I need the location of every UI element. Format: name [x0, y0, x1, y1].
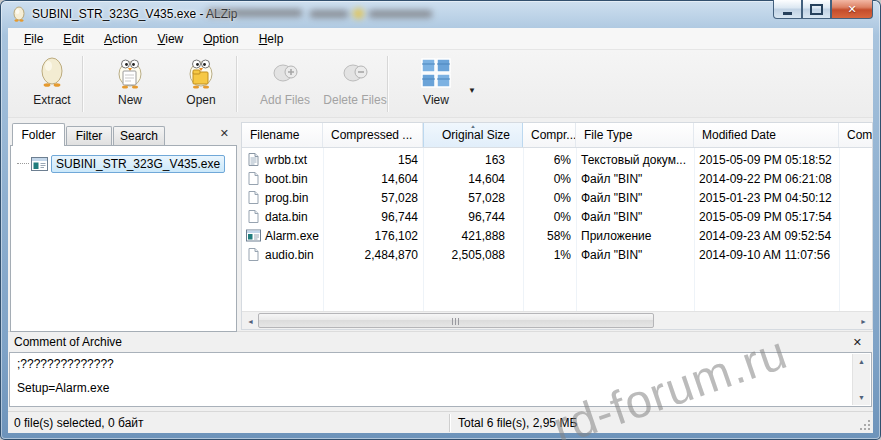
- sidebar-close-icon[interactable]: ✕: [216, 126, 233, 141]
- app-file-icon: [246, 228, 261, 243]
- toolbar-separator: [387, 56, 388, 112]
- scroll-up-icon[interactable]: ▲: [853, 354, 870, 369]
- view-grid-icon: [419, 56, 453, 90]
- scroll-down-icon[interactable]: ▼: [853, 390, 870, 405]
- tree-item-archive[interactable]: SUBINI_STR_323G_V435.exe: [17, 155, 225, 173]
- horizontal-scrollbar[interactable]: ◄ ►: [242, 311, 872, 330]
- tab-folder[interactable]: Folder: [12, 123, 65, 146]
- menu-help[interactable]: Help: [249, 29, 294, 49]
- status-bar: 0 file(s) selected, 0 байт Total 6 file(…: [8, 411, 873, 433]
- sidebar-tabs: Folder Filter Search ✕: [10, 123, 237, 146]
- tree-connector: [17, 163, 29, 165]
- column-header-compressed[interactable]: Compressed ...: [323, 123, 423, 147]
- folder-tree-panel[interactable]: SUBINI_STR_323G_V435.exe: [10, 145, 237, 332]
- minimize-icon: [783, 12, 792, 15]
- tree-item-label: SUBINI_STR_323G_V435.exe: [51, 155, 225, 173]
- column-header-original-size[interactable]: ▲Original Size: [423, 123, 523, 147]
- file-list: Filename Compressed ... ▲Original Size C…: [241, 122, 873, 330]
- bin-file-icon: [246, 171, 261, 186]
- file-row-wrbb-txt[interactable]: wrbb.txt 154 163 6% Текстовый докум... 2…: [242, 150, 872, 169]
- column-header-comment[interactable]: Comment: [839, 123, 873, 147]
- menu-file[interactable]: File: [14, 29, 53, 49]
- new-chick-icon: [113, 56, 147, 90]
- comment-text-area[interactable]: ;?????????????? Setup=Alarm.exe ▲ ▼: [9, 352, 872, 407]
- resize-grip[interactable]: [858, 418, 871, 431]
- close-icon: ✕: [847, 3, 856, 16]
- alzip-egg-icon: [11, 6, 27, 22]
- file-row-audio-bin[interactable]: audio.bin 2,484,870 2,505,088 1% Файл "B…: [242, 245, 872, 264]
- alzip-window: SUBINI_STR_323G_V435.exe - ALZip ✕ File …: [0, 0, 881, 440]
- view-dropdown-arrow[interactable]: ▼: [468, 86, 476, 95]
- view-button[interactable]: View: [403, 56, 469, 107]
- open-button[interactable]: Open: [168, 56, 234, 107]
- column-header-modified-date[interactable]: Modified Date: [694, 123, 839, 147]
- title-bar[interactable]: SUBINI_STR_323G_V435.exe - ALZip ✕: [0, 0, 881, 28]
- file-row-prog-bin[interactable]: prog.bin 57,028 57,028 0% Файл "BIN" 201…: [242, 188, 872, 207]
- censored-region: [207, 6, 432, 21]
- bin-file-icon: [246, 190, 261, 205]
- file-row-boot-bin[interactable]: boot.bin 14,604 14,604 0% Файл "BIN" 201…: [242, 169, 872, 188]
- open-chick-icon: [184, 56, 218, 90]
- menu-bar: File Edit Action View Option Help: [8, 28, 873, 50]
- add-files-icon: [268, 56, 302, 90]
- status-divider: [449, 414, 450, 432]
- maximize-icon: [810, 4, 823, 15]
- menu-action[interactable]: Action: [94, 29, 147, 49]
- menu-option[interactable]: Option: [193, 29, 248, 49]
- column-header-ratio[interactable]: Compr...: [523, 123, 576, 147]
- status-selected-text: 0 file(s) selected, 0 байт: [14, 416, 144, 430]
- comment-panel-header: Comment of Archive ✕: [8, 331, 873, 352]
- bin-file-icon: [246, 247, 261, 262]
- delete-files-icon: [338, 56, 372, 90]
- scrollbar-grip: [452, 318, 461, 325]
- file-row-data-bin[interactable]: data.bin 96,744 96,744 0% Файл "BIN" 201…: [242, 207, 872, 226]
- comment-line: Setup=Alarm.exe: [17, 381, 109, 395]
- text-file-icon: [246, 152, 261, 167]
- column-header-file-type[interactable]: File Type: [576, 123, 694, 147]
- toolbar: Extract New: [8, 50, 873, 118]
- sort-ascending-icon: ▲: [470, 124, 476, 129]
- new-button[interactable]: New: [97, 56, 163, 107]
- list-body[interactable]: wrbb.txt 154 163 6% Текстовый докум... 2…: [242, 148, 872, 311]
- add-files-button[interactable]: Add Files: [252, 56, 318, 107]
- menu-edit[interactable]: Edit: [53, 29, 94, 49]
- comment-close-icon[interactable]: ✕: [848, 336, 867, 349]
- extract-egg-icon: [35, 56, 69, 90]
- bin-file-icon: [246, 209, 261, 224]
- close-button[interactable]: ✕: [831, 0, 873, 19]
- file-row-alarm-exe[interactable]: Alarm.exe 176,102 421,888 58% Приложение…: [242, 226, 872, 245]
- scroll-left-icon[interactable]: ◄: [242, 312, 259, 330]
- maximize-button[interactable]: [802, 0, 831, 19]
- minimize-button[interactable]: [773, 0, 802, 19]
- column-header-filename[interactable]: Filename: [242, 123, 323, 147]
- comment-vertical-scrollbar[interactable]: ▲ ▼: [852, 354, 870, 405]
- status-total-text: Total 6 file(s), 2,95 МБ: [458, 416, 577, 430]
- tab-search[interactable]: Search: [113, 126, 165, 146]
- archive-app-icon: [31, 157, 48, 171]
- toolbar-separator: [82, 56, 83, 112]
- extract-button[interactable]: Extract: [19, 56, 85, 107]
- comment-panel-title: Comment of Archive: [14, 335, 848, 349]
- scroll-right-icon[interactable]: ►: [855, 312, 872, 330]
- tab-filter[interactable]: Filter: [66, 126, 112, 146]
- list-header: Filename Compressed ... ▲Original Size C…: [242, 123, 872, 148]
- delete-files-button[interactable]: Delete Files: [322, 56, 388, 107]
- menu-view[interactable]: View: [147, 29, 193, 49]
- toolbar-separator: [236, 56, 237, 112]
- comment-line: ;??????????????: [17, 357, 114, 371]
- scrollbar-thumb[interactable]: [258, 313, 654, 328]
